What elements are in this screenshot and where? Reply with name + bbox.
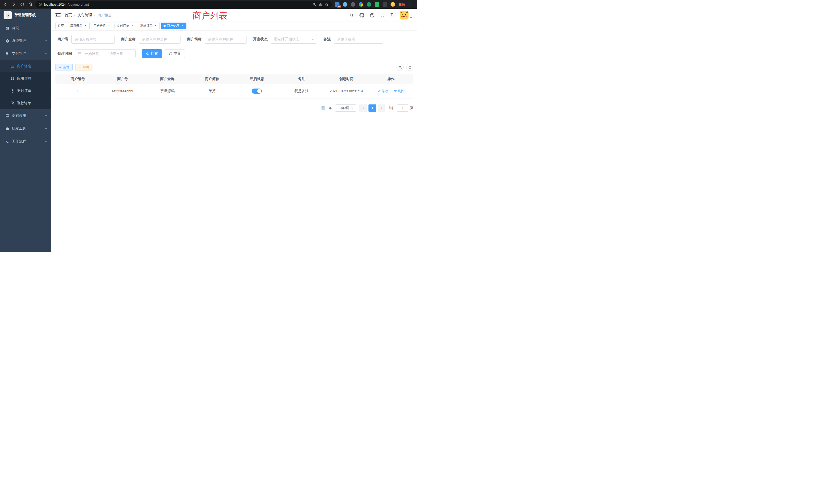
- reset-button[interactable]: 重置: [164, 49, 185, 58]
- reload-button[interactable]: [19, 1, 25, 7]
- sidebar-item-app-info[interactable]: 应用信息: [0, 72, 51, 85]
- start-date-input[interactable]: [83, 51, 102, 56]
- close-icon[interactable]: ×: [107, 24, 111, 28]
- sidebar-item-home[interactable]: 首页: [0, 22, 51, 35]
- toggle-search-button[interactable]: [396, 64, 404, 71]
- status-toggle[interactable]: [251, 89, 262, 94]
- chevron-down-icon: [311, 38, 314, 41]
- password-key-icon[interactable]: [313, 3, 316, 6]
- tab-user-group[interactable]: 用户分组 ×: [91, 23, 113, 29]
- fullscreen-icon[interactable]: [379, 12, 386, 18]
- extension-icon-2[interactable]: [343, 2, 347, 7]
- font-size-icon[interactable]: TT: [390, 12, 396, 18]
- table-header-cell: 商户简称: [190, 74, 235, 84]
- browser-menu-icon[interactable]: ⋮: [409, 2, 413, 7]
- tab-label: 商户信息: [167, 24, 179, 28]
- tab-home[interactable]: 首页: [56, 23, 66, 29]
- github-icon[interactable]: [359, 12, 365, 18]
- help-icon[interactable]: ?: [369, 12, 375, 18]
- chevron-up-icon: [45, 52, 47, 55]
- extension-icon-4[interactable]: [359, 2, 363, 7]
- search-button[interactable]: 搜索: [142, 49, 162, 58]
- user-avatar-menu[interactable]: [400, 11, 412, 20]
- extension-icon-6[interactable]: [375, 2, 379, 7]
- breadcrumb-separator: /: [74, 13, 75, 17]
- tab-merchant-info[interactable]: 商户信息 ×: [161, 23, 186, 29]
- merchant-no-input[interactable]: [71, 35, 114, 44]
- goto-page-input[interactable]: [397, 105, 408, 112]
- extension-icon-7[interactable]: [382, 2, 387, 7]
- browser-profile-avatar[interactable]: [391, 2, 395, 7]
- create-time-range-picker[interactable]: -: [75, 49, 136, 58]
- extension-icon-5[interactable]: ✓: [367, 2, 371, 7]
- breadcrumb-payment[interactable]: 支付管理: [78, 13, 92, 18]
- home-button[interactable]: [27, 1, 34, 7]
- sidebar-item-label: 退款订单: [17, 101, 47, 106]
- delete-button[interactable]: 删除: [394, 89, 404, 93]
- navbar-tools: ? TT: [348, 11, 417, 20]
- delete-button-label: 删除: [398, 89, 404, 93]
- address-bar[interactable]: localhost:1024/pay/merchant: [36, 1, 332, 8]
- sidebar-item-label: 支付订单: [17, 89, 47, 93]
- status-select[interactable]: 请选择开启状态: [271, 35, 317, 44]
- pagination: 共 1 条 10条/页 1 前往: [56, 105, 413, 112]
- app-logo-row[interactable]: 芋道管理系统: [0, 9, 51, 22]
- sidebar-item-label: 应用信息: [17, 76, 47, 81]
- sidebar-item-system[interactable]: 系统管理: [0, 35, 51, 47]
- export-button[interactable]: 导出: [75, 64, 92, 71]
- add-button[interactable]: 新增: [56, 64, 73, 71]
- tab-pay-order[interactable]: 支付订单 ×: [114, 23, 136, 29]
- short-name-input[interactable]: [205, 35, 246, 44]
- bookmark-star-icon[interactable]: [325, 2, 329, 6]
- refresh-button[interactable]: [406, 64, 413, 71]
- close-icon[interactable]: ×: [130, 24, 134, 28]
- search-icon[interactable]: [348, 12, 355, 18]
- table-row: 1 M233666999 芋道源码 芋艿 我是备注 2021-10-23 08:…: [56, 84, 413, 98]
- table-header-cell: 商户编号: [56, 74, 100, 84]
- edit-button[interactable]: 修改: [378, 89, 388, 93]
- sidebar-item-devtools[interactable]: 研发工具: [0, 122, 51, 135]
- extension-icon-1[interactable]: 10: [335, 2, 339, 7]
- cell-remark: 我是备注: [279, 84, 324, 98]
- extension-icon-3[interactable]: [351, 2, 355, 7]
- yen-icon: ¥: [5, 51, 9, 56]
- merchant-table: 商户编号 商户号 商户全称 商户简称 开启状态 备注 创建时间 操作 1 M23…: [56, 74, 413, 99]
- breadcrumb: 首页 / 支付管理 / 商户信息: [65, 13, 112, 18]
- cell-merchant-id: 1: [56, 84, 100, 98]
- sidebar-toggle-icon[interactable]: [51, 13, 65, 18]
- tags-view: 首页 流程表单 × 用户分组 × 支付订单 × 退款订单 × 商户信息 ×: [51, 22, 417, 30]
- cell-full-name: 芋道源码: [145, 84, 190, 98]
- back-button[interactable]: [3, 1, 9, 7]
- next-page-button[interactable]: [378, 105, 386, 112]
- sidebar-item-refund-order[interactable]: 退款订单: [0, 97, 51, 109]
- reset-button-label: 重置: [174, 51, 181, 56]
- full-name-input[interactable]: [139, 35, 180, 44]
- remark-input[interactable]: [334, 35, 383, 44]
- sidebar: 芋道管理系统 首页 系统管理 ¥ 支付管理: [0, 9, 51, 252]
- share-icon[interactable]: [319, 3, 323, 6]
- breadcrumb-separator: /: [94, 13, 95, 17]
- full-name-label: 商户全称: [121, 37, 139, 42]
- table-header-cell: 商户全称: [145, 74, 190, 84]
- prev-page-button[interactable]: [359, 105, 367, 112]
- sidebar-item-payment[interactable]: ¥ 支付管理: [0, 47, 51, 60]
- forward-button[interactable]: [11, 1, 17, 7]
- sidebar-menu: 首页 系统管理 ¥ 支付管理: [0, 22, 51, 148]
- end-date-input[interactable]: [107, 51, 126, 56]
- tab-process-form[interactable]: 流程表单 ×: [68, 23, 90, 29]
- site-info-icon[interactable]: [39, 3, 42, 6]
- sidebar-item-workflow[interactable]: 工作流程: [0, 135, 51, 148]
- edit-button-label: 修改: [381, 89, 388, 93]
- sidebar-item-pay-order[interactable]: 支付订单: [0, 85, 51, 97]
- page-size-select[interactable]: 10条/页: [335, 105, 356, 112]
- browser-update-button[interactable]: 更新: [398, 2, 405, 7]
- clock-icon: [10, 89, 14, 93]
- breadcrumb-home[interactable]: 首页: [65, 13, 72, 18]
- sidebar-item-infrastructure[interactable]: 基础设施: [0, 109, 51, 122]
- sidebar-item-merchant-info[interactable]: 商户信息: [0, 60, 51, 72]
- close-icon[interactable]: ×: [84, 24, 87, 28]
- close-icon[interactable]: ×: [180, 24, 184, 28]
- tab-refund-order[interactable]: 退款订单 ×: [138, 23, 160, 29]
- page-number-button[interactable]: 1: [369, 105, 376, 112]
- close-icon[interactable]: ×: [154, 24, 157, 28]
